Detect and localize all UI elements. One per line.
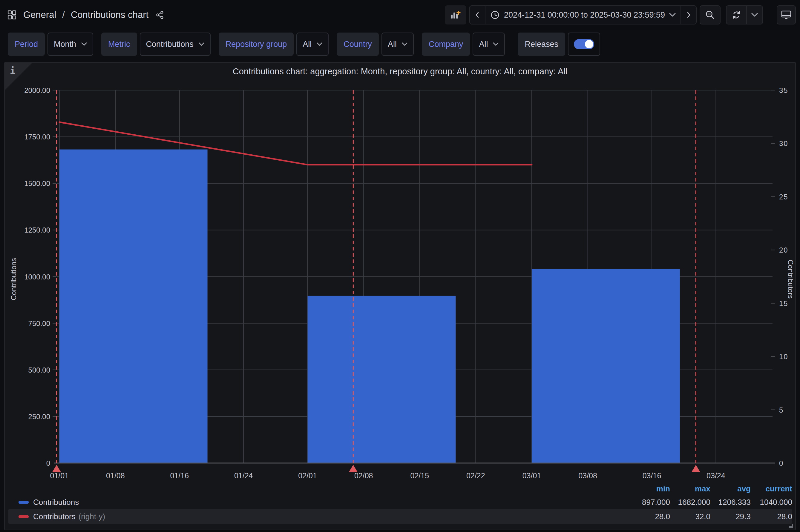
chevron-down-icon	[81, 42, 87, 46]
svg-text:02/08: 02/08	[354, 471, 373, 480]
country-label: Country	[337, 33, 379, 56]
dashboards-grid-icon[interactable]	[7, 10, 17, 20]
period-label: Period	[8, 33, 45, 56]
time-picker-group: 2024-12-31 00:00:00 to 2025-03-30 23:59:…	[469, 5, 696, 24]
toolbar: 2024-12-31 00:00:00 to 2025-03-30 23:59:…	[445, 5, 796, 24]
svg-text:01/01: 01/01	[50, 471, 69, 480]
contributions-chart-panel: i Contributions chart: aggregation: Mont…	[4, 62, 796, 530]
legend-col-max[interactable]: max	[670, 484, 710, 493]
panel-resize-handle[interactable]	[786, 521, 794, 528]
repository-group-value: All	[303, 40, 312, 49]
toggle-switch	[574, 39, 594, 49]
legend-row-contributions: Contributions 897.000 1682.000 1206.333 …	[8, 495, 792, 509]
zoom-out-button[interactable]	[700, 5, 721, 24]
right-axis-title: Contributors	[786, 260, 795, 299]
svg-text:10: 10	[779, 353, 788, 361]
chevron-down-icon	[199, 42, 204, 46]
toggle-knob	[585, 40, 593, 49]
svg-text:5: 5	[779, 406, 784, 414]
chevron-right-icon	[686, 11, 691, 19]
svg-text:03/08: 03/08	[578, 471, 597, 480]
refresh-button[interactable]	[726, 6, 746, 24]
breadcrumb: General / Contributions chart	[7, 10, 165, 20]
svg-text:01/16: 01/16	[170, 471, 189, 480]
series-name: Contributors	[33, 512, 76, 521]
svg-text:500.00: 500.00	[29, 366, 50, 374]
svg-text:1250.00: 1250.00	[24, 226, 50, 234]
series-axis-suffix: (right-y)	[78, 512, 106, 521]
stat-avg: 29.3	[710, 512, 751, 521]
stat-current: 1040.000	[751, 498, 792, 507]
company-select[interactable]: All	[472, 33, 505, 56]
svg-text:30: 30	[779, 139, 788, 148]
contributions-bars	[59, 150, 680, 463]
svg-text:1000.00: 1000.00	[24, 273, 50, 281]
page-bottom-strip	[0, 530, 800, 532]
svg-text:15: 15	[779, 300, 788, 307]
chevron-left-icon	[475, 11, 480, 19]
legend-col-current[interactable]: current	[751, 484, 792, 493]
svg-text:2000.00: 2000.00	[24, 86, 50, 94]
breadcrumb-panel-title[interactable]: Contributions chart	[71, 10, 148, 20]
filter-releases: Releases	[518, 33, 600, 56]
stat-max: 32.0	[670, 512, 710, 521]
time-shift-back-button[interactable]	[470, 6, 485, 24]
svg-text:20: 20	[779, 246, 788, 254]
stat-min: 28.0	[630, 512, 670, 521]
kiosk-mode-button[interactable]	[777, 5, 796, 24]
zoom-out-icon	[705, 10, 715, 20]
company-label: Company	[422, 33, 470, 56]
metric-select[interactable]: Contributions	[140, 33, 210, 56]
chevron-down-icon	[669, 13, 676, 17]
metric-value: Contributions	[146, 40, 193, 49]
chevron-down-icon	[402, 42, 408, 46]
svg-text:1500.00: 1500.00	[24, 179, 50, 188]
svg-text:01/08: 01/08	[106, 471, 125, 480]
share-icon[interactable]	[155, 10, 165, 20]
repository-group-select[interactable]: All	[296, 33, 329, 56]
time-range-picker[interactable]: 2024-12-31 00:00:00 to 2025-03-30 23:59:…	[485, 6, 681, 24]
country-select[interactable]: All	[382, 33, 414, 56]
app-header: General / Contributions chart	[0, 0, 800, 30]
clock-icon	[490, 10, 500, 20]
series-color-swatch	[19, 501, 29, 504]
period-value: Month	[54, 40, 76, 49]
chart-svg[interactable]: 2000.001750.001500.001250.001000.00750.0…	[5, 63, 796, 490]
releases-label: Releases	[518, 33, 565, 56]
country-value: All	[388, 40, 397, 49]
filter-country: Country All	[337, 33, 414, 56]
filter-period: Period Month	[8, 33, 93, 56]
period-select[interactable]: Month	[48, 33, 93, 56]
chevron-down-icon	[317, 42, 322, 46]
releases-toggle[interactable]	[568, 33, 600, 56]
legend-col-avg[interactable]: avg	[710, 484, 751, 493]
left-axis-title: Contributions	[10, 258, 18, 300]
filter-repository-group: Repository group All	[219, 33, 329, 56]
add-panel-button[interactable]	[445, 5, 466, 24]
legend-series-toggle[interactable]: Contributions	[8, 498, 630, 507]
svg-text:25: 25	[779, 193, 788, 201]
legend-series-toggle[interactable]: Contributors (right-y)	[8, 512, 630, 521]
series-name: Contributions	[33, 498, 79, 507]
filter-metric: Metric Contributions	[101, 33, 210, 56]
legend-row-contributors: Contributors (right-y) 28.0 32.0 29.3 28…	[8, 509, 792, 524]
metric-label: Metric	[101, 33, 137, 56]
svg-text:0: 0	[779, 459, 784, 467]
refresh-icon	[731, 10, 742, 20]
legend-col-min[interactable]: min	[630, 484, 670, 493]
refresh-interval-dropdown[interactable]	[746, 6, 762, 24]
svg-text:03/16: 03/16	[643, 471, 662, 480]
legend: min max avg current Contributions 897.00…	[8, 482, 792, 524]
stat-avg: 1206.333	[710, 498, 751, 507]
stat-min: 897.000	[630, 498, 670, 507]
svg-text:35: 35	[779, 86, 788, 94]
svg-text:250.00: 250.00	[29, 413, 50, 421]
breadcrumb-dashboard[interactable]: General	[23, 10, 56, 20]
add-panel-icon	[450, 10, 462, 20]
breadcrumb-separator: /	[62, 10, 65, 20]
svg-text:02/01: 02/01	[298, 471, 317, 480]
company-value: All	[479, 40, 488, 49]
legend-header-row: min max avg current	[8, 482, 792, 495]
svg-text:0: 0	[46, 459, 50, 467]
time-shift-forward-button[interactable]	[681, 6, 696, 24]
